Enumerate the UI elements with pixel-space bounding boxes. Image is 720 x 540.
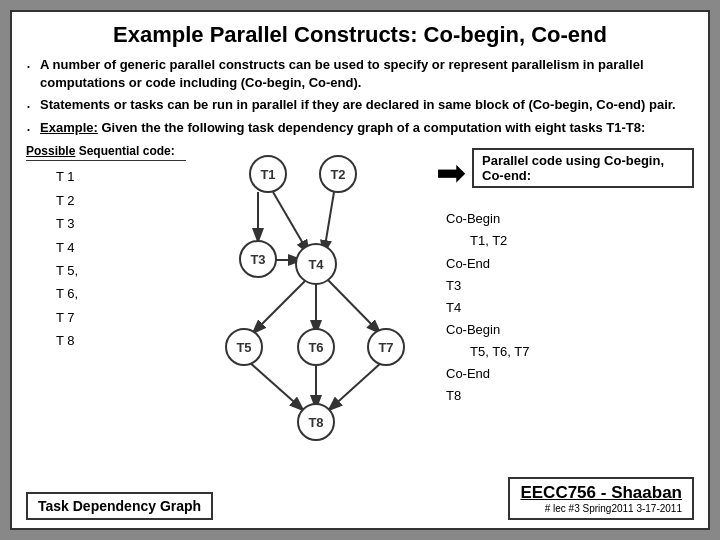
bullet-text-3: Example: Given the the following task de… — [40, 119, 694, 138]
bullet-2: · Statements or tasks can be run in para… — [26, 96, 694, 115]
code-line-6: Co-Begin — [446, 319, 694, 341]
code-line-7: T5, T6, T7 — [446, 341, 694, 363]
svg-text:T4: T4 — [308, 257, 324, 272]
bullet-dot-1: · — [26, 57, 40, 92]
code-line-2: T1, T2 — [446, 230, 694, 252]
code-line-4: T3 — [446, 275, 694, 297]
slide-title: Example Parallel Constructs: Co-begin, C… — [26, 22, 694, 48]
svg-line-6 — [328, 280, 379, 332]
code-block: Co-Begin T1, T2 Co-End T3 T4 Co-Begin T5… — [436, 208, 694, 407]
bottom-bar: Task Dependency Graph EECC756 - Shaaban … — [26, 477, 694, 520]
dependency-graph-svg: T1 T2 T3 T4 T5 T6 T7 — [186, 144, 416, 444]
code-line-1: Co-Begin — [446, 208, 694, 230]
svg-text:T5: T5 — [236, 340, 251, 355]
left-panel: Possible Sequential code: T 1 T 2 T 3 T … — [26, 144, 186, 444]
task-item-t8: T 8 — [56, 329, 186, 352]
slide: Example Parallel Constructs: Co-begin, C… — [10, 10, 710, 530]
graph-area: T1 T2 T3 T4 T5 T6 T7 — [186, 144, 416, 444]
course-subtitle: # lec #3 Spring2011 3-17-2011 — [520, 503, 682, 514]
arrow-and-label: ➡ Parallel code using Co-begin, Co-end: — [436, 148, 694, 198]
task-item-t1: T 1 — [56, 165, 186, 188]
bullet-dot-2: · — [26, 97, 40, 115]
course-title: EECC756 - Shaaban — [520, 483, 682, 503]
code-line-8: Co-End — [446, 363, 694, 385]
svg-line-9 — [330, 362, 382, 409]
svg-line-7 — [249, 362, 302, 409]
right-panel: ➡ Parallel code using Co-begin, Co-end: … — [416, 144, 694, 444]
svg-line-0 — [273, 192, 308, 252]
task-item-t6: T 6, — [56, 282, 186, 305]
bullet-1: · A number of generic parallel construct… — [26, 56, 694, 92]
task-item-t3: T 3 — [56, 212, 186, 235]
code-line-5: T4 — [446, 297, 694, 319]
task-item-t4: T 4 — [56, 236, 186, 259]
task-item-t5: T 5, — [56, 259, 186, 282]
course-box: EECC756 - Shaaban # lec #3 Spring2011 3-… — [508, 477, 694, 520]
task-item-t7: T 7 — [56, 306, 186, 329]
right-arrow-icon: ➡ — [436, 155, 466, 191]
svg-text:T6: T6 — [308, 340, 323, 355]
svg-line-1 — [324, 192, 334, 252]
bullet-dot-3: · — [26, 120, 40, 138]
svg-text:T2: T2 — [330, 167, 345, 182]
parallel-label-box: Parallel code using Co-begin, Co-end: — [472, 148, 694, 188]
code-line-9: T8 — [446, 385, 694, 407]
bullet-text-2: Statements or tasks can be run in parall… — [40, 96, 694, 115]
task-dep-label: Task Dependency Graph — [26, 492, 213, 520]
task-item-t2: T 2 — [56, 189, 186, 212]
task-list: T 1 T 2 T 3 T 4 T 5, T 6, T 7 T 8 — [26, 165, 186, 352]
svg-text:T7: T7 — [378, 340, 393, 355]
svg-text:T8: T8 — [308, 415, 323, 430]
code-line-3: Co-End — [446, 253, 694, 275]
bullet-3: · Example: Given the the following task … — [26, 119, 694, 138]
svg-text:T3: T3 — [250, 252, 265, 267]
bullet-list: · A number of generic parallel construct… — [26, 56, 694, 138]
svg-line-4 — [254, 280, 306, 332]
bullet-text-1: A number of generic parallel constructs … — [40, 56, 694, 92]
main-content: Possible Sequential code: T 1 T 2 T 3 T … — [26, 144, 694, 444]
sequential-label: Possible Sequential code: — [26, 144, 186, 161]
svg-text:T1: T1 — [260, 167, 275, 182]
